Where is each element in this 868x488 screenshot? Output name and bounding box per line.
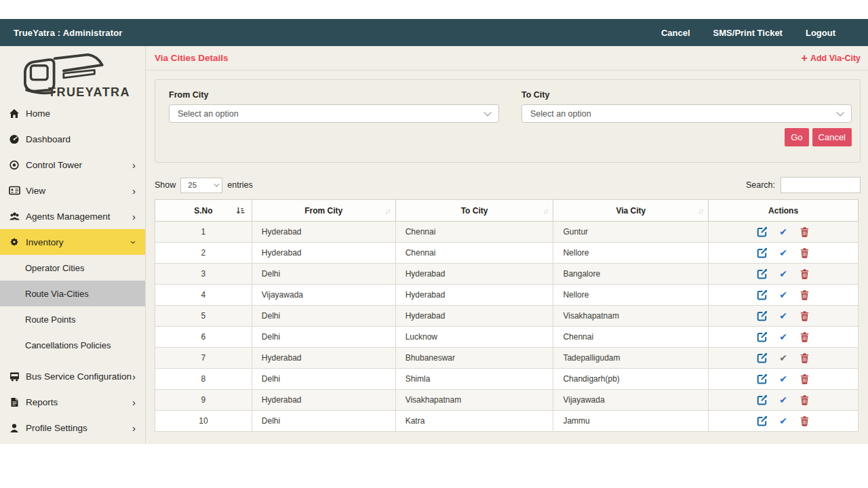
cell-actions: ✔ — [709, 243, 859, 264]
header-via-city[interactable]: Via City ↓↑ — [553, 200, 709, 222]
cell-via-city: Tadepalligudam — [553, 348, 709, 369]
to-city-select[interactable]: Select an option — [521, 104, 852, 123]
check-icon[interactable]: ✔ — [778, 353, 789, 363]
cell-from-city: Vijayawada — [252, 285, 395, 306]
control-tower-icon — [8, 160, 20, 170]
sidebar-bottom-group: Bus Service Configuration › Reports › Pr… — [0, 363, 145, 441]
sidebar-subitem-cancellations-policies[interactable]: Cancellations Policies — [0, 332, 145, 358]
sidebar-item-agents-management[interactable]: Agents Management › — [0, 203, 145, 229]
cell-from-city: Hyderabad — [252, 243, 395, 264]
sidebar-item-reports[interactable]: Reports › — [0, 389, 145, 415]
sidebar-item-view[interactable]: View › — [0, 178, 145, 203]
cell-to-city: Katra — [395, 411, 553, 432]
subitem-label: Cancellations Policies — [25, 340, 111, 350]
subitem-label: Route Points — [25, 314, 75, 325]
page-title: Via Cities Details — [155, 53, 229, 63]
sidebar-subitem-route-points[interactable]: Route Points — [0, 306, 145, 332]
edit-icon[interactable] — [757, 289, 768, 300]
trash-icon[interactable] — [799, 416, 810, 426]
edit-icon[interactable] — [757, 310, 768, 321]
sidebar-item-label: Home — [26, 108, 50, 119]
topbar-cancel-button[interactable]: Cancel — [661, 28, 690, 38]
cell-sno: 2 — [155, 243, 252, 264]
check-icon[interactable]: ✔ — [778, 227, 789, 237]
chevron-right-icon: › — [132, 211, 136, 222]
cell-via-city: Nellore — [553, 243, 709, 264]
trash-icon[interactable] — [799, 311, 810, 321]
topbar-logout-button[interactable]: Logout — [806, 28, 835, 38]
trash-icon[interactable] — [799, 353, 810, 363]
cell-from-city: Hyderabad — [252, 390, 395, 411]
check-icon[interactable]: ✔ — [778, 395, 789, 405]
table-row: 6DelhiLucknowChennai✔ — [155, 327, 859, 348]
chevron-down-icon: › — [129, 241, 139, 244]
header-label: Via City — [616, 206, 646, 216]
filter-cancel-button[interactable]: Cancel — [812, 128, 852, 146]
cell-actions: ✔ — [709, 348, 859, 369]
trash-icon[interactable] — [799, 248, 810, 258]
table-row: 9HyderabadVisakhapatnamVijayawada✔ — [155, 390, 859, 411]
edit-icon[interactable] — [757, 373, 768, 384]
cell-to-city: Chennai — [395, 222, 553, 243]
subitem-label: Route Via-Cities — [25, 289, 89, 299]
dashboard-icon — [8, 134, 20, 144]
sidebar-item-bus-service-configuration[interactable]: Bus Service Configuration › — [0, 363, 145, 389]
from-city-select[interactable]: Select an option — [169, 104, 499, 123]
sidebar-item-inventory[interactable]: Inventory › — [0, 229, 145, 255]
check-icon[interactable]: ✔ — [778, 374, 789, 384]
sidebar-subitem-operator-cities[interactable]: Operator Cities — [0, 255, 145, 281]
sidebar-item-label: Reports — [26, 397, 58, 407]
topbar-sms-print-ticket-button[interactable]: SMS/Print Ticket — [713, 28, 783, 38]
trash-icon[interactable] — [799, 332, 810, 342]
check-icon[interactable]: ✔ — [778, 269, 789, 279]
sidebar-subitem-route-via-cities[interactable]: Route Via-Cities — [0, 281, 145, 306]
header-sno[interactable]: S.No — [155, 200, 252, 222]
sidebar-item-label: Control Tower — [26, 160, 82, 170]
edit-icon[interactable] — [757, 247, 768, 258]
trash-icon[interactable] — [799, 395, 810, 405]
edit-icon[interactable] — [757, 352, 768, 363]
svg-text:TRUEYATRA: TRUEYATRA — [48, 85, 130, 99]
sidebar-item-dashboard[interactable]: Dashboard — [0, 126, 145, 152]
sidebar-item-profile-settings[interactable]: Profile Settings › — [0, 415, 145, 441]
header-to-city[interactable]: To City ↓↑ — [395, 200, 553, 222]
table-controls: Show 25 entries Search: — [155, 175, 861, 195]
cell-via-city: Chandigarh(pb) — [553, 369, 709, 390]
edit-icon[interactable] — [757, 394, 768, 405]
cell-sno: 7 — [155, 348, 252, 369]
from-city-field: From City Select an option — [169, 90, 499, 123]
check-icon[interactable]: ✔ — [778, 332, 789, 342]
cell-to-city: Hyderabad — [395, 306, 553, 327]
header-from-city[interactable]: From City ↓↑ — [252, 200, 395, 222]
cell-actions: ✔ — [709, 390, 859, 411]
sidebar-item-control-tower[interactable]: Control Tower › — [0, 152, 145, 178]
sidebar: TRUEYATRA Home Dashboard Control Tower › — [0, 46, 146, 444]
header-label: From City — [304, 206, 342, 216]
trash-icon[interactable] — [799, 269, 810, 279]
search-input[interactable] — [781, 177, 861, 193]
trash-icon[interactable] — [799, 374, 810, 384]
check-icon[interactable]: ✔ — [778, 290, 789, 300]
cell-to-city: Hyderabad — [395, 285, 553, 306]
sidebar-item-home[interactable]: Home — [0, 100, 145, 126]
edit-icon[interactable] — [757, 226, 768, 237]
check-icon[interactable]: ✔ — [778, 311, 789, 321]
edit-icon[interactable] — [757, 331, 768, 342]
cell-via-city: Chennai — [553, 327, 709, 348]
go-button[interactable]: Go — [785, 128, 808, 146]
check-icon[interactable]: ✔ — [778, 248, 789, 258]
trash-icon[interactable] — [799, 290, 810, 300]
check-icon[interactable]: ✔ — [778, 416, 789, 426]
cell-actions: ✔ — [709, 369, 859, 390]
cell-sno: 5 — [155, 306, 252, 327]
edit-icon[interactable] — [757, 268, 768, 279]
page-size-select[interactable]: 25 — [180, 178, 222, 193]
sidebar-item-label: Profile Settings — [26, 423, 87, 433]
trash-icon[interactable] — [799, 227, 810, 237]
edit-icon[interactable] — [757, 415, 768, 426]
add-via-city-button[interactable]: + Add Via-City — [802, 53, 861, 64]
cell-sno: 6 — [155, 327, 252, 348]
chevron-right-icon: › — [132, 423, 136, 433]
page-header: Via Cities Details + Add Via-City — [146, 46, 868, 70]
sort-both-icon: ↓↑ — [542, 207, 547, 215]
